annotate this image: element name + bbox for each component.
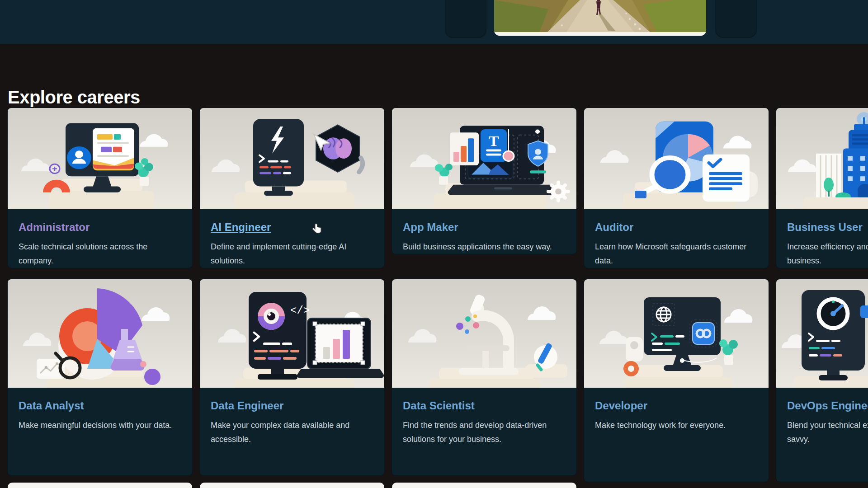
career-link-data-analyst[interactable]: Data Analyst (19, 399, 181, 412)
explore-careers-page: Explore careers (0, 0, 868, 488)
next-row-card-top-3[interactable] (392, 483, 576, 488)
app-maker-illustration: T (392, 108, 576, 209)
career-description-developer: Make technology work for everyone. (595, 418, 756, 432)
career-description-devops-engineer: Blend your technical expertise and busin… (787, 418, 868, 446)
career-link-auditor[interactable]: Auditor (595, 221, 758, 234)
career-link-administrator[interactable]: Administrator (19, 221, 181, 234)
bike-road-photo (494, 0, 706, 32)
data-scientist-illustration (392, 279, 576, 388)
ai-engineer-illustration (200, 108, 384, 209)
career-link-app-maker[interactable]: App Maker (403, 221, 566, 234)
developer-illustration (584, 279, 769, 388)
data-engineer-illustration: </> (200, 279, 384, 388)
career-card-developer[interactable]: Developer Make technology work for every… (584, 279, 769, 482)
section-heading: Explore careers (8, 87, 140, 108)
career-description-app-maker: Build business applications the easy way… (403, 240, 564, 254)
svg-text:</>: </> (290, 305, 310, 317)
career-description-administrator: Scale technical solutions across the com… (19, 240, 179, 268)
administrator-illustration (8, 108, 192, 209)
carousel-neighbor-card-right (715, 0, 757, 38)
career-description-ai-engineer: Define and implement cutting-edge AI sol… (211, 240, 372, 268)
career-card-app-maker[interactable]: T App Maker (392, 108, 576, 254)
devops-engineer-illustration (776, 279, 868, 388)
business-user-illustration (776, 108, 868, 209)
career-description-data-engineer: Make your complex data available and acc… (211, 418, 372, 446)
career-description-auditor: Learn how Microsoft safeguards customer … (595, 240, 756, 268)
carousel-band (0, 0, 868, 44)
career-link-data-engineer[interactable]: Data Engineer (211, 399, 373, 412)
career-link-devops-engineer[interactable]: DevOps Engineer (787, 399, 868, 412)
next-row-card-top-2[interactable] (200, 483, 384, 488)
career-description-business-user: Increase efficiency and productivity in … (787, 240, 868, 268)
career-link-ai-engineer[interactable]: AI Engineer (211, 221, 373, 234)
career-card-auditor[interactable]: Auditor Learn how Microsoft safeguards c… (584, 108, 769, 268)
carousel-card-footer (494, 32, 706, 36)
carousel-neighbor-card-left (445, 0, 486, 38)
career-link-business-user[interactable]: Business User (787, 221, 868, 234)
career-card-administrator[interactable]: Administrator Scale technical solutions … (8, 108, 192, 268)
next-row-card-top-1[interactable] (8, 483, 192, 488)
career-link-developer[interactable]: Developer (595, 399, 758, 412)
career-link-data-scientist[interactable]: Data Scientist (403, 399, 566, 412)
career-card-data-analyst[interactable]: Data Analyst Make meaningful decisions w… (8, 279, 192, 475)
carousel-photo-card[interactable] (494, 0, 706, 36)
career-card-business-user[interactable]: Business User Increase efficiency and pr… (776, 108, 868, 268)
career-card-devops-engineer[interactable]: DevOps Engineer Blend your technical exp… (776, 279, 868, 482)
data-analyst-illustration (8, 279, 192, 388)
hand-pointer-cursor (311, 223, 323, 236)
auditor-illustration (584, 108, 769, 209)
career-description-data-analyst: Make meaningful decisions with your data… (19, 418, 179, 432)
career-description-data-scientist: Find the trends and develop data-driven … (403, 418, 564, 446)
career-card-data-engineer[interactable]: </> Data Engineer Make your complex data… (200, 279, 384, 475)
career-card-ai-engineer[interactable]: AI Engineer Define and implement cutting… (200, 108, 384, 268)
svg-text:T: T (489, 133, 499, 149)
career-card-data-scientist[interactable]: Data Scientist Find the trends and devel… (392, 279, 576, 475)
